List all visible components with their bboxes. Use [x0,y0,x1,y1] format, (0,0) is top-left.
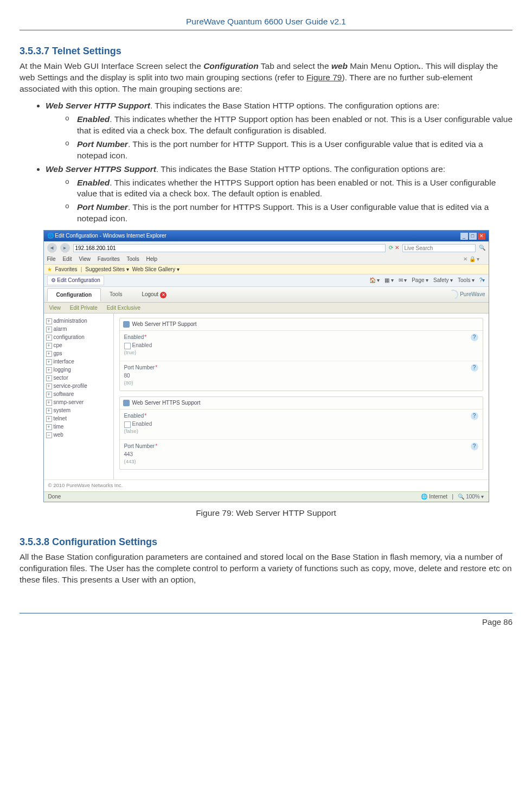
minimize-button[interactable]: _ [460,233,468,240]
work-area: +administration +alarm +configuration +c… [44,314,489,479]
copyright-text: © 2010 PureWave Networks Inc. [44,479,489,491]
window-title-text: Edit Configuration - Windows Internet Ex… [55,233,166,239]
enabled-checkbox[interactable] [124,343,131,349]
field-http-port: ? Port Number* 80 (80) [120,361,483,391]
mail-icon[interactable]: ✉ ▾ [399,277,407,283]
logout-label: Logout [142,291,158,297]
safety-menu[interactable]: Safety ▾ [433,277,453,283]
subtab-view[interactable]: View [49,305,61,311]
tree-item-alarm[interactable]: +alarm [46,325,111,333]
tree-item-telnet[interactable]: +telnet [46,414,111,423]
help-icon[interactable]: ? [471,412,478,420]
tab-configuration[interactable]: Configuration [47,288,101,302]
label: Port Number [77,202,128,212]
menu-help[interactable]: Help [146,256,158,262]
https-port-item: Port Number. This is the port number for… [65,202,512,225]
nav-back-button[interactable]: ◄ [47,243,57,253]
expand-icon[interactable]: + [46,343,52,349]
expand-icon[interactable]: + [46,359,52,365]
favorites-star-icon[interactable]: ★ [47,266,52,273]
expand-icon[interactable]: + [46,408,52,414]
https-enabled-item: Enabled. This indicates whether the HTTP… [65,177,512,200]
tree-item-gps[interactable]: +gps [46,349,111,357]
section2-paragraph: All the Base Station configuration param… [20,552,512,586]
menu-tools[interactable]: Tools [126,256,139,262]
section-title: Configuration Settings [52,536,157,547]
tree-item-administration[interactable]: +administration [46,317,111,325]
tree-item-logging[interactable]: +logging [46,366,111,374]
search-go-icon[interactable]: 🔍 [479,244,485,252]
field-https-port: ? Port Number* 443 (443) [120,440,483,470]
expand-icon[interactable]: + [46,424,52,430]
figure-ref-link[interactable]: Figure 79 [306,73,342,82]
tree-item-software[interactable]: +software [46,390,111,398]
menu-view[interactable]: View [79,256,91,262]
refresh-icon[interactable]: ⟳ [389,244,393,252]
expand-icon[interactable]: + [46,367,52,373]
expand-icon[interactable]: + [46,327,52,332]
tree-item-sector[interactable]: +sector [46,374,111,382]
expand-icon[interactable]: + [46,392,52,398]
help-icon[interactable]: ? [471,334,478,341]
expand-icon[interactable]: + [46,351,52,357]
field-value: Enabled [124,420,478,428]
help-icon[interactable]: ?▾ [479,277,485,283]
tools-menu[interactable]: Tools ▾ [458,277,475,283]
close-button[interactable]: ✕ [478,233,485,240]
collapse-icon[interactable]: − [46,432,52,438]
feeds-icon[interactable]: ▦ ▾ [384,277,394,283]
tree-item-time[interactable]: +time [46,423,111,431]
page-menu[interactable]: Page ▾ [412,277,428,283]
enabled-checkbox[interactable] [124,421,131,428]
expand-icon[interactable]: + [46,416,52,422]
tab-tools[interactable]: Tools [101,288,131,301]
ie-toolbar: 🏠 ▾ ▦ ▾ ✉ ▾ Page ▾ Safety ▾ Tools ▾ ?▾ [366,277,485,284]
expand-icon[interactable]: + [46,318,52,324]
home-icon[interactable]: 🏠 ▾ [369,277,380,283]
address-bar: ◄ ▸ ⟳ ✕ 🔍 [44,241,489,254]
panel-title: Web Server HTTPS Support [120,397,483,410]
refresh-stop: ⟳ ✕ [389,244,399,252]
subtab-edit-private[interactable]: Edit Private [70,305,98,311]
tree-item-system[interactable]: +system [46,406,111,414]
browser-tab[interactable]: ⚙ Edit Configuration [47,276,104,285]
tree-item-interface[interactable]: +interface [46,357,111,366]
help-icon[interactable]: ? [471,443,478,450]
zoom-control[interactable]: 🔍 100% ▾ [458,494,484,500]
nav-forward-button[interactable]: ▸ [60,243,70,253]
panel-title-text: Web Server HTTP Support [132,321,197,328]
field-hint: (true) [124,349,478,356]
field-value[interactable]: 443 [124,451,478,458]
emph-configuration: Configuration [203,61,259,71]
text: . This indicates the Base Station HTTP o… [156,164,445,174]
expand-icon[interactable]: + [46,400,52,406]
tree-item-configuration[interactable]: +configuration [46,333,111,341]
menu-file[interactable]: File [47,256,56,262]
field-hint: (false) [124,428,478,435]
field-label: Enabled* [124,412,478,420]
tree-item-service-profile[interactable]: +service-profile [46,382,111,390]
expand-icon[interactable]: + [46,375,52,381]
subtab-edit-exclusive[interactable]: Edit Exclusive [107,305,140,311]
field-value[interactable]: 80 [124,372,478,380]
expand-icon[interactable]: + [46,335,52,341]
tree-item-web[interactable]: −web [46,431,111,439]
expand-icon[interactable]: + [46,383,52,389]
url-input[interactable] [73,244,386,252]
bullet-https: Web Server HTTPS Support. This indicates… [46,164,512,225]
logout-button[interactable]: Logout✕ [142,291,166,298]
maximize-button[interactable]: □ [469,233,477,240]
tree-item-cpe[interactable]: +cpe [46,341,111,349]
page-footer: Page 86 [20,613,512,628]
browser-tab-bar: ⚙ Edit Configuration 🏠 ▾ ▦ ▾ ✉ ▾ Page ▾ … [44,274,489,287]
menu-favorites[interactable]: Favorites [98,256,120,262]
search-input[interactable] [402,244,476,252]
field-label: Port Number* [124,364,478,372]
menu-edit[interactable]: Edit [62,256,72,262]
help-icon[interactable]: ? [471,364,478,372]
suggested-sites[interactable]: Suggested Sites ▾ [85,266,129,273]
stop-icon[interactable]: ✕ [395,244,399,252]
logo-arc-icon [447,288,460,300]
web-slice-gallery[interactable]: Web Slice Gallery ▾ [132,266,180,273]
tree-item-snmp-server[interactable]: +snmp-server [46,398,111,406]
